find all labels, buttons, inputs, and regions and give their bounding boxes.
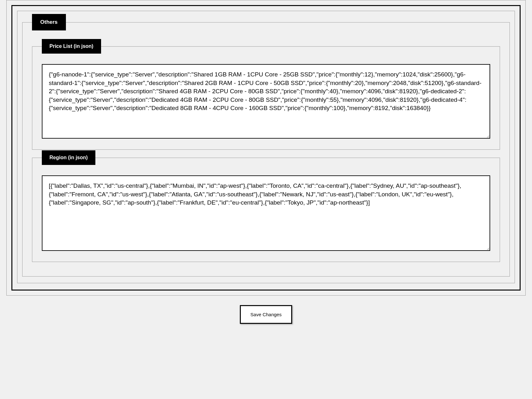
region-section-label: Region (in json): [42, 150, 95, 165]
price-list-section: Price List (in json): [32, 46, 500, 150]
price-list-section-label: Price List (in json): [42, 39, 101, 54]
save-changes-button[interactable]: Save Changes: [240, 305, 292, 324]
others-section-label: Others: [32, 14, 66, 30]
page-outer-wrapper: Others Price List (in json) Region (in j…: [6, 0, 526, 296]
others-section: Others Price List (in json) Region (in j…: [22, 22, 510, 277]
page-outer-frame: Others Price List (in json) Region (in j…: [11, 5, 521, 291]
save-row: Save Changes: [0, 296, 532, 337]
page-mid-frame: Others Price List (in json) Region (in j…: [17, 11, 515, 283]
region-section: Region (in json): [32, 158, 500, 262]
region-input[interactable]: [42, 175, 490, 251]
price-list-input[interactable]: [42, 64, 490, 139]
